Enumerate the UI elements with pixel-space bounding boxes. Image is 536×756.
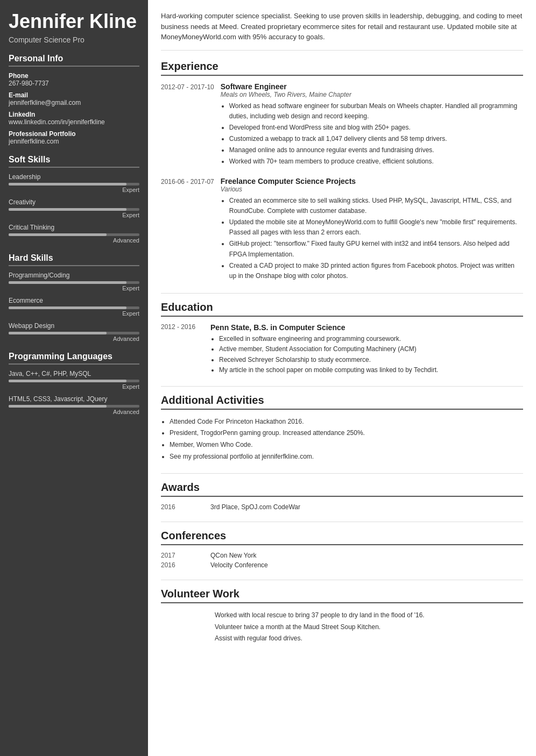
sidebar: Jennifer Kline Computer Science Pro Pers… (0, 0, 148, 756)
hard-skill-name: Ecommerce (9, 297, 139, 304)
candidate-name: Jennifer Kline (9, 11, 139, 32)
activity-item: Attended Code For Princeton Hackathon 20… (170, 416, 523, 428)
exp-bullet: Updated the mobile site at MoneyMoneyWor… (229, 217, 523, 238)
soft-skills-heading: Soft Skills (9, 155, 139, 168)
soft-skill-bar-fill (9, 183, 126, 186)
email-value: jenniferfkline@gmail.com (9, 99, 139, 106)
exp-bullet: Managed online ads to announce regular e… (229, 145, 523, 155)
exp-dates: 2016-06 - 2017-07 (161, 177, 214, 283)
soft-skill-name: Leadership (9, 173, 139, 181)
lang-bar-bg (9, 405, 139, 408)
exp-bullet: Created a CAD project to make 3D printed… (229, 261, 523, 281)
edu-bullet: My article in the school paper on mobile… (219, 365, 523, 375)
conf-text: Velocity Conference (210, 561, 268, 569)
hard-skill-bar-fill (9, 332, 107, 334)
lang-name: HTML5, CSS3, Javascript, JQuery (9, 395, 139, 403)
awards-heading: Awards (161, 481, 523, 497)
experience-item: 2016-06 - 2017-07 Freelance Computer Sci… (161, 177, 523, 283)
hard-skill-level: Expert (9, 285, 139, 291)
volunteer-heading: Volunteer Work (161, 588, 523, 603)
edu-school: Penn State, B.S. in Computer Science (210, 323, 523, 332)
exp-company: Meals on Wheels, Two Rivers, Maine Chapt… (221, 91, 523, 98)
volunteer-item: Volunteer twice a month at the Maud Stre… (161, 622, 523, 633)
phone-label: Phone (9, 72, 139, 80)
hard-skill-name: Programming/Coding (9, 272, 139, 279)
awards-section: Awards 2016 3rd Place, SpOJ.com CodeWar (161, 481, 523, 511)
hard-skill-name: Webapp Design (9, 322, 139, 330)
personal-info-heading: Personal Info (9, 54, 139, 67)
lang-bar-bg (9, 380, 139, 382)
education-section: Education 2012 - 2016 Penn State, B.S. i… (161, 301, 523, 375)
conferences-list: 2017 QCon New York 2016 Velocity Confere… (161, 552, 523, 569)
prog-lang-list: Java, C++, C#, PHP, MySQL Expert HTML5, … (9, 370, 139, 415)
linkedin-value: www.linkedin.com/in/jenniferfkline (9, 118, 139, 126)
hard-skills-list: Programming/Coding Expert Ecommerce Expe… (9, 272, 139, 342)
exp-details: Freelance Computer Science Projects Vari… (221, 177, 523, 283)
linkedin-label: LinkedIn (9, 111, 139, 118)
activity-item: See my professional portfolio at jennife… (170, 451, 523, 463)
soft-skills-list: Leadership Expert Creativity Expert Crit… (9, 173, 139, 244)
edu-bullets-list: Excelled in software engineering and pro… (210, 334, 523, 375)
experience-section: Experience 2012-07 - 2017-10 Software En… (161, 60, 523, 283)
lang-bar-fill (9, 380, 126, 382)
hard-skill-bar-fill (9, 281, 126, 284)
soft-skill-bar-bg (9, 183, 139, 186)
experience-heading: Experience (161, 60, 523, 76)
lang-level: Expert (9, 383, 139, 390)
volunteer-item: Assist with regular food drives. (161, 633, 523, 645)
conference-item: 2016 Velocity Conference (161, 561, 523, 569)
education-list: 2012 - 2016 Penn State, B.S. in Computer… (161, 323, 523, 375)
exp-job-title: Freelance Computer Science Projects (221, 177, 523, 186)
activities-heading: Additional Activities (161, 394, 523, 410)
main-content: Hard-working computer science specialist… (148, 0, 536, 756)
edu-bullet: Received Schreyer Scholarship to study e… (219, 355, 523, 365)
exp-job-title: Software Engineer (221, 82, 523, 91)
exp-bullets-list: Created an ecommerce site to sell walkin… (221, 196, 523, 282)
experience-list: 2012-07 - 2017-10 Software Engineer Meal… (161, 82, 523, 283)
exp-bullet: Created an ecommerce site to sell walkin… (229, 196, 523, 216)
conference-item: 2017 QCon New York (161, 552, 523, 559)
activities-list: Attended Code For Princeton Hackathon 20… (161, 416, 523, 462)
exp-company: Various (221, 186, 523, 193)
candidate-title: Computer Science Pro (9, 35, 139, 44)
activity-item: President, TrogdorPenn gaming group. Inc… (170, 427, 523, 439)
edu-bullet: Excelled in software engineering and pro… (219, 334, 523, 344)
exp-dates: 2012-07 - 2017-10 (161, 82, 214, 168)
soft-skill-bar-bg (9, 208, 139, 211)
prog-lang-heading: Programming Languages (9, 352, 139, 365)
exp-bullet: Worked as head software engineer for sub… (229, 101, 523, 122)
soft-skill-level: Expert (9, 187, 139, 193)
conferences-section: Conferences 2017 QCon New York 2016 Velo… (161, 530, 523, 569)
conf-year: 2017 (161, 552, 204, 559)
hard-skill-bar-bg (9, 281, 139, 284)
edu-dates: 2012 - 2016 (161, 323, 204, 375)
lang-name: Java, C++, C#, PHP, MySQL (9, 370, 139, 377)
soft-skill-level: Expert (9, 212, 139, 218)
conferences-heading: Conferences (161, 530, 523, 545)
soft-skill-bar-fill (9, 208, 126, 211)
lang-bar-fill (9, 405, 107, 408)
hard-skill-level: Expert (9, 310, 139, 317)
phone-value: 267-980-7737 (9, 80, 139, 87)
awards-list: 2016 3rd Place, SpOJ.com CodeWar (161, 503, 523, 511)
edu-bullet: Active member, Student Association for C… (219, 344, 523, 354)
volunteer-list: Worked with local rescue to bring 37 peo… (161, 610, 523, 645)
soft-skill-level: Advanced (9, 237, 139, 244)
volunteer-item: Worked with local rescue to bring 37 peo… (161, 610, 523, 622)
exp-bullet: Worked with 70+ team members to produce … (229, 156, 523, 167)
hard-skill-level: Advanced (9, 336, 139, 342)
education-item: 2012 - 2016 Penn State, B.S. in Computer… (161, 323, 523, 375)
experience-item: 2012-07 - 2017-10 Software Engineer Meal… (161, 82, 523, 168)
lang-level: Advanced (9, 409, 139, 415)
hard-skills-heading: Hard Skills (9, 253, 139, 266)
activity-item: Member, Women Who Code. (170, 439, 523, 451)
edu-details: Penn State, B.S. in Computer Science Exc… (210, 323, 523, 375)
hard-skill-bar-bg (9, 332, 139, 334)
hard-skill-bar-fill (9, 306, 126, 309)
activities-section: Additional Activities Attended Code For … (161, 394, 523, 462)
soft-skill-bar-fill (9, 233, 107, 236)
award-text: 3rd Place, SpOJ.com CodeWar (210, 503, 300, 511)
exp-bullet: GitHub project: "tensorflow." Fixed faul… (229, 239, 523, 259)
email-label: E-mail (9, 91, 139, 99)
award-item: 2016 3rd Place, SpOJ.com CodeWar (161, 503, 523, 511)
